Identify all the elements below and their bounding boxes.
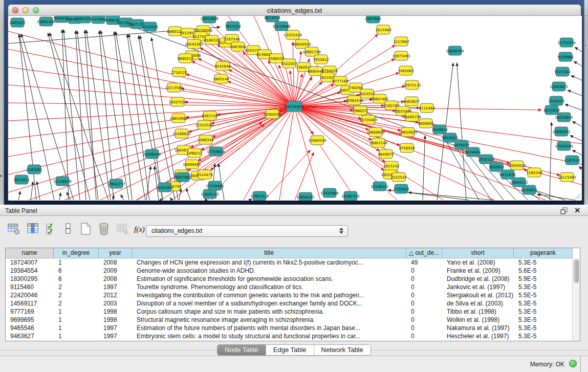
- graph-node[interactable]: 7955812: [313, 55, 329, 64]
- graph-node[interactable]: 9463627: [403, 97, 419, 106]
- column-header-name[interactable]: name: [6, 248, 54, 258]
- table-cell[interactable]: 18724007: [6, 258, 54, 267]
- graph-node[interactable]: 20691406: [37, 17, 55, 26]
- table-cell[interactable]: Structural magnetic resonance image aver…: [132, 316, 406, 324]
- table-cell[interactable]: 1997: [99, 283, 132, 291]
- table-cell[interactable]: 9463627: [6, 332, 54, 340]
- select-all-icon[interactable]: [45, 222, 60, 237]
- graph-node[interactable]: 19654923: [399, 127, 417, 137]
- graph-node[interactable]: 7857224: [225, 21, 241, 31]
- graph-node[interactable]: 18654982: [169, 114, 188, 123]
- column-header-year[interactable]: year: [99, 248, 132, 258]
- graph-node[interactable]: 9329966: [557, 52, 574, 61]
- table-cell[interactable]: 0: [406, 308, 442, 316]
- table-cell[interactable]: 1: [54, 258, 99, 267]
- graph-node[interactable]: 9097588: [175, 172, 190, 182]
- graph-node[interactable]: 1213987: [393, 37, 409, 46]
- row-height-icon[interactable]: [61, 222, 77, 237]
- table-cell[interactable]: Nakamura et al. (1997): [442, 324, 514, 332]
- table-cell[interactable]: Tibbo et al. (1998): [442, 308, 514, 316]
- graph-node[interactable]: 16495758: [403, 112, 421, 121]
- table-cell[interactable]: Estimation of the future numbers of pati…: [132, 324, 406, 332]
- table-cell[interactable]: 1997: [99, 324, 132, 332]
- column-header-title[interactable]: title: [132, 248, 406, 258]
- graph-node[interactable]: 10973493: [392, 51, 410, 60]
- column-header-out_de[interactable]: △ out_de...: [406, 248, 442, 258]
- table-row[interactable]: 1872400712008Changes of HCN gene express…: [6, 258, 580, 267]
- table-row[interactable]: 1830029562008Estimation of significance …: [6, 275, 580, 283]
- graph-node[interactable]: 15136141: [371, 182, 389, 191]
- table-cell[interactable]: 5.5E-5: [514, 291, 573, 299]
- graph-node[interactable]: 13325419: [284, 30, 302, 39]
- network-view[interactable]: 1830029588601245912954182260589127505818…: [8, 16, 582, 201]
- table-cell[interactable]: 2003: [99, 299, 132, 308]
- table-cell[interactable]: 14569117: [6, 299, 54, 308]
- graph-node[interactable]: 10958107: [296, 192, 315, 201]
- table-cell[interactable]: 5.3E-5: [514, 332, 573, 340]
- table-row[interactable]: 969969511998Structural magnetic resonanc…: [6, 316, 580, 324]
- graph-node[interactable]: 15720407: [359, 115, 378, 124]
- graph-node[interactable]: 16543382: [185, 39, 203, 49]
- table-row[interactable]: 911546021997Tourette syndrome. Phenomeno…: [6, 283, 580, 291]
- table-cell[interactable]: Dudbridge et al. (2008): [442, 275, 514, 283]
- table-cell[interactable]: 2: [54, 291, 99, 299]
- table-cell[interactable]: 1997: [99, 332, 132, 340]
- graph-node[interactable]: 12093823: [550, 82, 568, 91]
- table-cell[interactable]: 19384554: [6, 267, 54, 275]
- graph-node[interactable]: 11451947: [156, 183, 174, 192]
- graph-node[interactable]: 9242844: [214, 61, 231, 71]
- graph-node[interactable]: 18107554: [168, 97, 187, 106]
- graph-node[interactable]: 7485063: [398, 66, 413, 75]
- table-cell[interactable]: Estimation of significance thresholds fo…: [132, 275, 406, 283]
- graph-node[interactable]: 9699695: [418, 119, 433, 128]
- table-cell[interactable]: Jankovic et al. (1997): [442, 283, 514, 291]
- scrollbar-thumb[interactable]: [574, 259, 579, 283]
- float-window-icon[interactable]: [559, 207, 569, 215]
- table-cell[interactable]: 0: [406, 332, 442, 340]
- table-cell[interactable]: Tourette syndrome. Phenomenology and cla…: [132, 283, 406, 291]
- graph-node[interactable]: 2718120: [171, 68, 187, 77]
- table-row[interactable]: 946554611997Estimation of the future num…: [6, 324, 580, 332]
- table-cell[interactable]: 5.3E-5: [514, 308, 573, 316]
- table-cell[interactable]: 0: [406, 299, 442, 308]
- table-cell[interactable]: 5.6E-5: [514, 267, 573, 275]
- memory-status-led-icon[interactable]: [569, 360, 577, 367]
- graph-node-hub[interactable]: 18724007: [285, 101, 303, 112]
- table-cell[interactable]: 1: [54, 332, 99, 340]
- graph-node[interactable]: 11156829: [53, 177, 72, 186]
- table-cell[interactable]: 0: [406, 275, 442, 283]
- table-cell[interactable]: 5.3E-5: [514, 283, 573, 291]
- graph-node[interactable]: 10042620: [508, 161, 526, 170]
- table-cell[interactable]: 1: [54, 324, 99, 332]
- graph-node[interactable]: 16099485: [183, 160, 201, 169]
- graph-node[interactable]: 16782753: [341, 191, 360, 201]
- table-row[interactable]: 1938455462009Genome-wide association stu…: [6, 267, 580, 275]
- graph-node[interactable]: 7986372: [352, 106, 368, 115]
- graph-node[interactable]: 9756928: [399, 143, 415, 152]
- graph-node[interactable]: 12975115: [403, 80, 421, 90]
- graph-node[interactable]: 18300295: [263, 110, 281, 119]
- graph-node[interactable]: 19218586: [272, 21, 291, 31]
- graph-node[interactable]: 8186328: [204, 35, 220, 45]
- table-cell[interactable]: 5.3E-5: [514, 316, 573, 324]
- graph-node[interactable]: 8322037: [281, 59, 297, 68]
- graph-node[interactable]: 20206506: [143, 149, 161, 159]
- graph-node[interactable]: 2405572: [9, 18, 25, 27]
- table-cell[interactable]: Changes of HCN gene expression and I(f) …: [132, 258, 406, 267]
- table-cell[interactable]: de Silva et al. (2003): [442, 299, 514, 308]
- table-cell[interactable]: 5.3E-5: [514, 324, 573, 332]
- tab-edge-table[interactable]: Edge Table: [266, 345, 314, 355]
- graph-node[interactable]: 9115460: [419, 103, 434, 113]
- graph-node[interactable]: 20364436: [345, 96, 363, 105]
- graph-node[interactable]: 2867608: [230, 42, 246, 51]
- close-icon[interactable]: ✕: [573, 207, 582, 215]
- column-header-in_degree[interactable]: in_degree: [54, 248, 99, 258]
- network-window[interactable]: citations_edges.txt 18300295886012459129…: [8, 4, 581, 201]
- graph-node[interactable]: 9777169: [332, 76, 348, 85]
- graph-node[interactable]: 1514479: [197, 170, 212, 179]
- graph-node[interactable]: 9474444: [465, 147, 481, 157]
- table-row[interactable]: 946362711997Embryonic stem cells: a mode…: [6, 332, 580, 340]
- table-cell[interactable]: Stergiakouli et al. (2012): [442, 291, 514, 299]
- table-cell[interactable]: Disruption of a novel member of a sodium…: [132, 299, 406, 308]
- graph-node[interactable]: 9840672: [378, 149, 394, 159]
